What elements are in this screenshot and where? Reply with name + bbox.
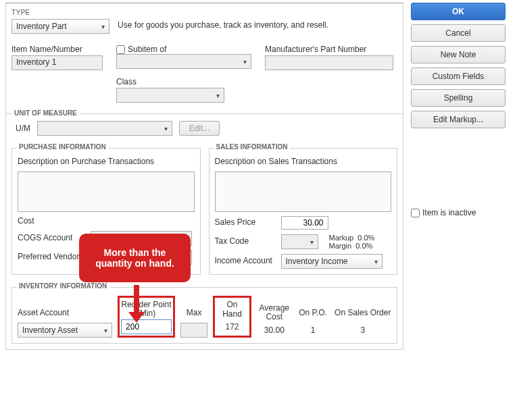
tax-select[interactable] <box>281 234 318 249</box>
mfr-input[interactable] <box>265 55 393 70</box>
callout-annotation: More than the quantity on hand. <box>79 234 191 282</box>
inactive-label: Item is inactive <box>422 208 476 217</box>
mfr-label: Manufacturer's Part Number <box>265 45 397 54</box>
sales-price-label: Sales Price <box>215 217 276 227</box>
inventory-section-label: INVENTORY INFORMATION <box>16 282 109 290</box>
uom-edit-button[interactable]: Edit... <box>179 121 220 136</box>
inventory-panel: INVENTORY INFORMATION Asset Account Inve… <box>11 287 397 344</box>
uom-label: U/M <box>16 124 30 133</box>
uom-section-label: UNIT OF MEASURE <box>11 109 80 117</box>
max-input[interactable] <box>180 323 207 338</box>
subitem-label: Subitem of <box>128 45 166 54</box>
avgcost-label: Average Cost <box>257 303 292 323</box>
sales-desc-input[interactable] <box>215 172 392 212</box>
markup-label: Markup <box>329 234 354 242</box>
class-label: Class <box>116 77 397 86</box>
purchase-desc-input[interactable] <box>18 172 195 212</box>
type-value: Inventory Part <box>16 22 67 31</box>
max-label: Max <box>187 303 202 323</box>
item-name-input[interactable]: Inventory 1 <box>11 55 103 70</box>
subitem-select[interactable] <box>116 54 251 69</box>
onpo-label: On P.O. <box>299 303 327 323</box>
sales-price-input[interactable] <box>281 216 328 230</box>
uom-select[interactable] <box>37 121 172 136</box>
edit-markup-button[interactable]: Edit Markup... <box>411 111 506 128</box>
onso-value: 3 <box>360 323 365 338</box>
markup-value: 0.0% <box>358 234 374 242</box>
ok-button[interactable]: OK <box>411 3 506 20</box>
arrow-icon <box>134 285 145 323</box>
avgcost-value: 30.00 <box>264 323 285 338</box>
cancel-button[interactable]: Cancel <box>411 24 506 42</box>
asset-select[interactable]: Inventory Asset <box>18 323 112 338</box>
income-label: Income Account <box>215 256 276 265</box>
asset-value: Inventory Asset <box>22 325 78 335</box>
tax-label: Tax Code <box>215 236 276 246</box>
sales-panel: SALES INFORMATION Description on Sales T… <box>209 148 398 275</box>
purchase-desc-label: Description on Purchase Transactions <box>18 157 195 166</box>
asset-label: Asset Account <box>18 303 69 323</box>
subitem-checkbox[interactable] <box>116 45 125 54</box>
sales-desc-label: Description on Sales Transactions <box>215 157 392 166</box>
spelling-button[interactable]: Spelling <box>411 89 506 107</box>
onhand-value: 172 <box>226 319 239 334</box>
margin-label: Margin <box>329 242 352 250</box>
type-section-label: TYPE <box>11 9 397 16</box>
inactive-checkbox[interactable] <box>411 209 420 217</box>
class-select[interactable] <box>116 88 224 103</box>
income-select[interactable]: Inventory Income <box>281 254 383 269</box>
onpo-value: 1 <box>311 323 316 338</box>
type-select[interactable]: Inventory Part <box>11 19 109 34</box>
cogs-label: COGS Account <box>18 233 85 242</box>
custom-fields-button[interactable]: Custom Fields <box>411 68 506 85</box>
onso-label: On Sales Order <box>335 303 391 323</box>
onhand-label: On Hand <box>216 299 248 319</box>
vendor-label: Preferred Vendor <box>18 252 85 261</box>
purchase-section-label: PURCHASE INFORMATION <box>16 143 109 151</box>
item-name-label: Item Name/Number <box>11 45 103 54</box>
type-description: Use for goods you purchase, track as inv… <box>118 19 397 30</box>
new-note-button[interactable]: New Note <box>411 46 506 63</box>
cost-label: Cost <box>18 216 85 226</box>
sales-section-label: SALES INFORMATION <box>214 143 291 151</box>
margin-value: 0.0% <box>355 242 372 250</box>
income-value: Inventory Income <box>286 257 348 266</box>
